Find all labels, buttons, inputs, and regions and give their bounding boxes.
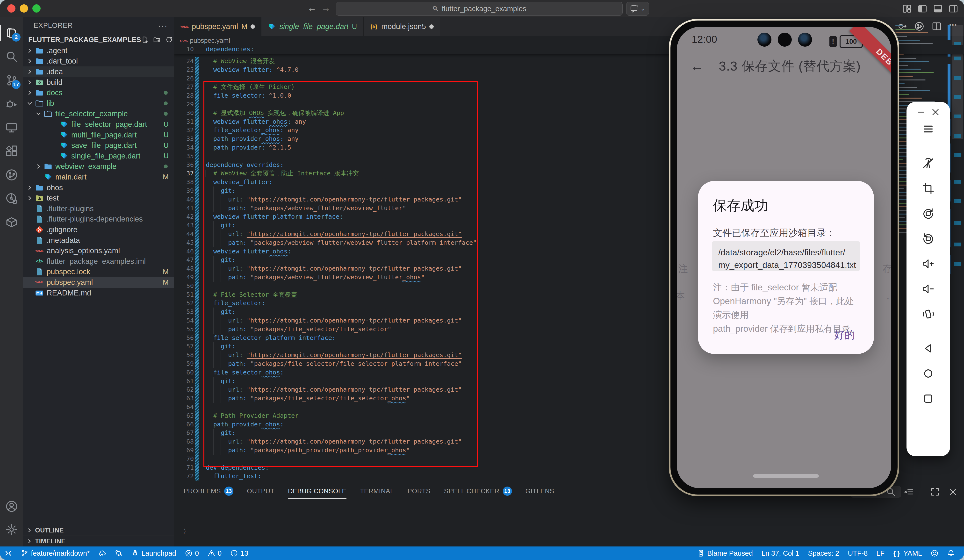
panel-tab-gitlens[interactable]: GITLENS bbox=[526, 487, 554, 499]
activity-explorer[interactable]: 2 bbox=[0, 21, 23, 44]
emulator-nav-back-button[interactable] bbox=[907, 342, 950, 355]
history-forward-button[interactable]: → bbox=[321, 3, 331, 13]
tab-single_file_page.dart[interactable]: single_file_page.dartU bbox=[261, 17, 363, 36]
status-cloud-up[interactable] bbox=[94, 549, 111, 557]
tree-item-README.md[interactable]: README.md bbox=[23, 288, 174, 298]
activity-gitlens-inspect[interactable] bbox=[0, 187, 23, 210]
status-feature-markdown-[interactable]: feature/markdown* bbox=[16, 549, 94, 557]
status-spaces-2[interactable]: Spaces: 2 bbox=[804, 549, 843, 557]
activity-extensions[interactable] bbox=[0, 140, 23, 163]
tree-item-flutter_package_examples.iml[interactable]: </>flutter_package_examples.iml bbox=[23, 256, 174, 267]
emulator-volume-down-button[interactable] bbox=[907, 283, 950, 295]
tree-item-save_file_page.dart[interactable]: save_file_page.dartU bbox=[23, 140, 174, 151]
status-0[interactable]: 0 bbox=[181, 549, 203, 557]
tree-item-lib[interactable]: lib bbox=[23, 98, 174, 109]
expand-icon[interactable] bbox=[930, 487, 940, 497]
close-window-button[interactable] bbox=[7, 4, 15, 13]
tree-item-pubspec.yaml[interactable]: YAMLpubspec.yamlM bbox=[23, 277, 174, 288]
status-13[interactable]: 13 bbox=[226, 549, 252, 557]
editor-scrollbar[interactable] bbox=[951, 25, 964, 483]
emulator-antenna-off-button[interactable] bbox=[907, 157, 950, 169]
panel-tab-ports[interactable]: PORTS bbox=[407, 487, 430, 499]
tab-pubspec.yaml[interactable]: YAMLpubspec.yamlM bbox=[174, 17, 261, 36]
status-compare[interactable] bbox=[111, 549, 127, 557]
console-prompt[interactable]: 〉 bbox=[182, 526, 191, 537]
emulator-shake-button[interactable] bbox=[907, 308, 950, 320]
layout-custom-icon[interactable] bbox=[902, 4, 912, 13]
tree-item-.flutter-plugins-dependencies[interactable]: .flutter-plugins-dependencies bbox=[23, 214, 174, 225]
activity-gitlens[interactable] bbox=[0, 163, 23, 187]
status-smiley[interactable] bbox=[926, 549, 943, 557]
emulator-crop-button[interactable] bbox=[907, 182, 950, 195]
tree-item-build[interactable]: build bbox=[23, 77, 174, 88]
minimize-window-button[interactable] bbox=[20, 4, 28, 13]
panel-tab-terminal[interactable]: TERMINAL bbox=[360, 487, 394, 499]
status-0[interactable]: 0 bbox=[203, 549, 226, 557]
close-icon[interactable] bbox=[948, 487, 958, 497]
tree-item-webview_example[interactable]: webview_example bbox=[23, 161, 174, 172]
refresh-icon[interactable] bbox=[165, 36, 173, 44]
status-remote-indicator[interactable] bbox=[0, 549, 16, 557]
copilot-chat-button[interactable]: ⌄ bbox=[626, 2, 649, 16]
activity-run-debug[interactable] bbox=[0, 92, 23, 116]
tree-item-single_file_page.dart[interactable]: single_file_page.dartU bbox=[23, 151, 174, 161]
tree-item-.idea[interactable]: .idea bbox=[23, 67, 174, 77]
tree-item-main.dart[interactable]: main.dartM bbox=[23, 172, 174, 182]
dialog-ok-button[interactable]: 好的 bbox=[834, 328, 855, 342]
status-launchpad[interactable]: Launchpad bbox=[127, 549, 181, 557]
sidebar-more-actions[interactable]: ··· bbox=[158, 17, 168, 34]
unsaved-dot-icon[interactable] bbox=[429, 24, 434, 29]
tree-item-test[interactable]: test bbox=[23, 193, 174, 203]
emulator-close-icon[interactable] bbox=[931, 107, 940, 117]
tree-item-analysis_options.yaml[interactable]: YAMLanalysis_options.yaml bbox=[23, 246, 174, 256]
new-folder-icon[interactable] bbox=[153, 36, 161, 44]
emulator-volume-up-button[interactable] bbox=[907, 257, 950, 270]
history-back-button[interactable]: ← bbox=[307, 3, 316, 13]
layout-right-icon[interactable] bbox=[949, 4, 958, 13]
phone-back-button[interactable]: ← bbox=[690, 59, 703, 74]
clear-list-icon[interactable] bbox=[904, 487, 914, 497]
emulator-nav-home-button[interactable] bbox=[907, 367, 950, 380]
new-file-icon[interactable] bbox=[141, 36, 149, 44]
emulator-minimize-icon[interactable] bbox=[916, 107, 926, 117]
tree-item-docs[interactable]: docs bbox=[23, 88, 174, 98]
activity-container[interactable] bbox=[0, 211, 23, 234]
activity-search[interactable] bbox=[0, 45, 23, 68]
emulator-rotate-cw-button[interactable] bbox=[907, 233, 950, 245]
activity-account[interactable] bbox=[0, 495, 23, 518]
tree-item-multi_file_page.dart[interactable]: multi_file_page.dartU bbox=[23, 130, 174, 140]
activity-settings[interactable] bbox=[0, 518, 23, 541]
emulator-menu-button[interactable] bbox=[907, 123, 950, 135]
tab-module.json5[interactable]: {5}module.json5 bbox=[364, 17, 440, 36]
unsaved-dot-icon[interactable] bbox=[251, 24, 255, 29]
tree-item-.gitignore[interactable]: .gitignore bbox=[23, 225, 174, 235]
activity-remote-explorer[interactable] bbox=[0, 116, 23, 139]
panel-tab-debug-console[interactable]: DEBUG CONSOLE bbox=[288, 487, 347, 499]
layout-bottom-icon[interactable] bbox=[933, 4, 943, 13]
tree-item-file_selector_page.dart[interactable]: file_selector_page.dartU bbox=[23, 119, 174, 130]
zoom-window-button[interactable] bbox=[33, 4, 41, 13]
tree-item-.metadata[interactable]: .metadata bbox=[23, 235, 174, 246]
project-root-row[interactable]: FLUTTER_PACKAGE_EXAMPLES bbox=[23, 34, 174, 45]
status-utf-8[interactable]: UTF-8 bbox=[843, 549, 872, 557]
tree-item-file_selector_example[interactable]: file_selector_example bbox=[23, 109, 174, 119]
layout-left-icon[interactable] bbox=[918, 4, 927, 13]
tree-item-pubspec.lock[interactable]: pubspec.lockM bbox=[23, 267, 174, 277]
status-yaml[interactable]: { }YAML bbox=[889, 549, 926, 557]
phone-screen[interactable]: 12:00 ! 100 DEBUG ← 3.3 保存文件 (替代方案) 注 本 … bbox=[677, 27, 891, 488]
emulator-rotate-ccw-button[interactable] bbox=[907, 207, 950, 220]
status-bell[interactable] bbox=[943, 549, 959, 557]
activity-source-control[interactable]: 17 bbox=[0, 68, 23, 92]
tree-item-.agent[interactable]: .agent bbox=[23, 46, 174, 56]
tree-item-ohos[interactable]: ohos bbox=[23, 182, 174, 193]
status-blame-paused[interactable]: Blame Paused bbox=[693, 549, 757, 557]
panel-tab-spell-checker[interactable]: SPELL CHECKER13 bbox=[444, 487, 512, 499]
tree-item-.dart_tool[interactable]: .dart_tool bbox=[23, 56, 174, 67]
sidebar-section-outline[interactable]: OUTLINE bbox=[23, 525, 174, 536]
command-center-search[interactable]: 🔍︎flutter_package_examples bbox=[336, 2, 623, 16]
tree-item-.flutter-plugins[interactable]: .flutter-plugins bbox=[23, 203, 174, 214]
panel-tab-problems[interactable]: PROBLEMS13 bbox=[184, 487, 233, 499]
sidebar-section-timeline[interactable]: TIMELINE bbox=[23, 536, 174, 547]
emulator-nav-recent-button[interactable] bbox=[907, 392, 950, 405]
status-ln-37-col-1[interactable]: Ln 37, Col 1 bbox=[757, 549, 804, 557]
